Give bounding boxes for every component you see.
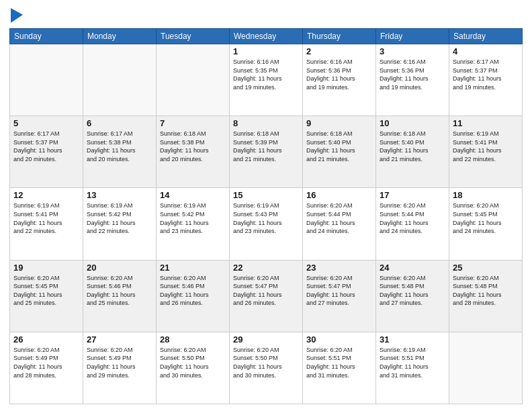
day-info: Sunrise: 6:19 AM Sunset: 5:42 PM Dayligh… — [87, 201, 152, 235]
day-info: Sunrise: 6:18 AM Sunset: 5:39 PM Dayligh… — [233, 130, 299, 163]
day-number: 2 — [306, 46, 372, 56]
calendar-cell: 24Sunrise: 6:20 AM Sunset: 5:48 PM Dayli… — [376, 260, 449, 332]
day-info: Sunrise: 6:16 AM Sunset: 5:35 PM Dayligh… — [233, 58, 299, 91]
calendar-cell: 2Sunrise: 6:16 AM Sunset: 5:36 PM Daylig… — [303, 44, 376, 116]
page: SundayMondayTuesdayWednesdayThursdayFrid… — [0, 0, 532, 411]
calendar-cell: 29Sunrise: 6:20 AM Sunset: 5:50 PM Dayli… — [230, 332, 303, 404]
calendar-header-row: SundayMondayTuesdayWednesdayThursdayFrid… — [10, 29, 523, 44]
day-header-thursday: Thursday — [303, 29, 376, 44]
day-number: 27 — [87, 334, 152, 345]
calendar-cell: 21Sunrise: 6:20 AM Sunset: 5:46 PM Dayli… — [157, 260, 230, 332]
day-number: 1 — [233, 46, 299, 56]
calendar-cell: 3Sunrise: 6:16 AM Sunset: 5:36 PM Daylig… — [376, 44, 449, 116]
calendar-cell: 9Sunrise: 6:18 AM Sunset: 5:40 PM Daylig… — [303, 116, 376, 188]
calendar-week-row: 26Sunrise: 6:20 AM Sunset: 5:49 PM Dayli… — [10, 332, 523, 404]
day-header-monday: Monday — [83, 29, 157, 44]
day-number: 20 — [87, 263, 152, 273]
day-header-sunday: Sunday — [10, 29, 83, 44]
calendar-cell: 17Sunrise: 6:20 AM Sunset: 5:44 PM Dayli… — [376, 188, 449, 260]
calendar-cell: 8Sunrise: 6:18 AM Sunset: 5:39 PM Daylig… — [230, 116, 303, 188]
day-info: Sunrise: 6:20 AM Sunset: 5:45 PM Dayligh… — [13, 274, 79, 308]
day-header-tuesday: Tuesday — [157, 29, 230, 44]
day-info: Sunrise: 6:20 AM Sunset: 5:50 PM Dayligh… — [233, 346, 299, 379]
logo-icon — [11, 8, 23, 23]
day-info: Sunrise: 6:20 AM Sunset: 5:47 PM Dayligh… — [233, 274, 299, 308]
day-info: Sunrise: 6:18 AM Sunset: 5:40 PM Dayligh… — [306, 130, 372, 163]
day-info: Sunrise: 6:20 AM Sunset: 5:51 PM Dayligh… — [306, 346, 372, 379]
day-number: 16 — [306, 190, 372, 200]
day-number: 24 — [380, 263, 445, 273]
calendar-cell: 12Sunrise: 6:19 AM Sunset: 5:41 PM Dayli… — [10, 188, 83, 260]
calendar-cell: 15Sunrise: 6:19 AM Sunset: 5:43 PM Dayli… — [230, 188, 303, 260]
day-number: 22 — [233, 263, 299, 273]
day-info: Sunrise: 6:17 AM Sunset: 5:37 PM Dayligh… — [453, 58, 519, 91]
calendar-cell: 20Sunrise: 6:20 AM Sunset: 5:46 PM Dayli… — [83, 260, 157, 332]
calendar-cell: 14Sunrise: 6:19 AM Sunset: 5:42 PM Dayli… — [157, 188, 230, 260]
day-number: 5 — [13, 118, 79, 128]
calendar-week-row: 5Sunrise: 6:17 AM Sunset: 5:37 PM Daylig… — [10, 116, 523, 188]
day-info: Sunrise: 6:20 AM Sunset: 5:44 PM Dayligh… — [380, 201, 445, 235]
day-header-wednesday: Wednesday — [230, 29, 303, 44]
day-info: Sunrise: 6:19 AM Sunset: 5:42 PM Dayligh… — [160, 201, 226, 235]
calendar-week-row: 1Sunrise: 6:16 AM Sunset: 5:35 PM Daylig… — [10, 44, 523, 116]
calendar-week-row: 19Sunrise: 6:20 AM Sunset: 5:45 PM Dayli… — [10, 260, 523, 332]
day-info: Sunrise: 6:20 AM Sunset: 5:46 PM Dayligh… — [87, 274, 152, 308]
day-info: Sunrise: 6:17 AM Sunset: 5:37 PM Dayligh… — [13, 130, 79, 163]
day-number: 28 — [160, 334, 226, 345]
calendar-cell: 5Sunrise: 6:17 AM Sunset: 5:37 PM Daylig… — [10, 116, 83, 188]
day-number: 21 — [160, 263, 226, 273]
day-info: Sunrise: 6:19 AM Sunset: 5:41 PM Dayligh… — [453, 130, 519, 163]
day-number: 3 — [380, 46, 445, 56]
day-info: Sunrise: 6:20 AM Sunset: 5:47 PM Dayligh… — [306, 274, 372, 308]
calendar-cell: 27Sunrise: 6:20 AM Sunset: 5:49 PM Dayli… — [83, 332, 157, 404]
day-info: Sunrise: 6:16 AM Sunset: 5:36 PM Dayligh… — [306, 58, 372, 91]
calendar-cell: 19Sunrise: 6:20 AM Sunset: 5:45 PM Dayli… — [10, 260, 83, 332]
day-number: 4 — [453, 46, 519, 56]
calendar-cell: 1Sunrise: 6:16 AM Sunset: 5:35 PM Daylig… — [230, 44, 303, 116]
day-info: Sunrise: 6:20 AM Sunset: 5:50 PM Dayligh… — [160, 346, 226, 379]
day-number: 10 — [380, 118, 445, 128]
calendar-cell — [157, 44, 230, 116]
calendar-cell — [10, 44, 83, 116]
calendar-cell: 11Sunrise: 6:19 AM Sunset: 5:41 PM Dayli… — [449, 116, 523, 188]
svg-marker-0 — [11, 8, 23, 23]
day-number: 17 — [380, 190, 445, 200]
calendar-cell — [83, 44, 157, 116]
calendar-week-row: 12Sunrise: 6:19 AM Sunset: 5:41 PM Dayli… — [10, 188, 523, 260]
day-info: Sunrise: 6:20 AM Sunset: 5:44 PM Dayligh… — [306, 201, 372, 235]
calendar-cell: 13Sunrise: 6:19 AM Sunset: 5:42 PM Dayli… — [83, 188, 157, 260]
day-info: Sunrise: 6:20 AM Sunset: 5:46 PM Dayligh… — [160, 274, 226, 308]
day-number: 25 — [453, 263, 519, 273]
day-info: Sunrise: 6:16 AM Sunset: 5:36 PM Dayligh… — [380, 58, 445, 91]
calendar-cell: 22Sunrise: 6:20 AM Sunset: 5:47 PM Dayli… — [230, 260, 303, 332]
calendar-cell: 30Sunrise: 6:20 AM Sunset: 5:51 PM Dayli… — [303, 332, 376, 404]
calendar-table: SundayMondayTuesdayWednesdayThursdayFrid… — [9, 28, 523, 404]
day-number: 14 — [160, 190, 226, 200]
day-number: 26 — [13, 334, 79, 345]
calendar-cell: 7Sunrise: 6:18 AM Sunset: 5:38 PM Daylig… — [157, 116, 230, 188]
day-info: Sunrise: 6:19 AM Sunset: 5:43 PM Dayligh… — [233, 201, 299, 235]
day-number: 18 — [453, 190, 519, 200]
day-number: 13 — [87, 190, 152, 200]
day-number: 12 — [13, 190, 79, 200]
day-info: Sunrise: 6:18 AM Sunset: 5:40 PM Dayligh… — [380, 130, 445, 163]
calendar-cell: 18Sunrise: 6:20 AM Sunset: 5:45 PM Dayli… — [449, 188, 523, 260]
day-info: Sunrise: 6:19 AM Sunset: 5:41 PM Dayligh… — [13, 201, 79, 235]
day-info: Sunrise: 6:20 AM Sunset: 5:49 PM Dayligh… — [13, 346, 79, 379]
calendar-cell: 16Sunrise: 6:20 AM Sunset: 5:44 PM Dayli… — [303, 188, 376, 260]
day-info: Sunrise: 6:19 AM Sunset: 5:51 PM Dayligh… — [380, 346, 445, 379]
day-number: 8 — [233, 118, 299, 128]
header — [9, 7, 523, 23]
day-number: 6 — [87, 118, 152, 128]
day-info: Sunrise: 6:17 AM Sunset: 5:38 PM Dayligh… — [87, 130, 152, 163]
day-header-friday: Friday — [376, 29, 449, 44]
day-number: 9 — [306, 118, 372, 128]
calendar-cell — [449, 332, 523, 404]
day-number: 7 — [160, 118, 226, 128]
calendar-cell: 4Sunrise: 6:17 AM Sunset: 5:37 PM Daylig… — [449, 44, 523, 116]
day-number: 11 — [453, 118, 519, 128]
day-info: Sunrise: 6:20 AM Sunset: 5:48 PM Dayligh… — [380, 274, 445, 308]
day-number: 23 — [306, 263, 372, 273]
day-info: Sunrise: 6:18 AM Sunset: 5:38 PM Dayligh… — [160, 130, 226, 163]
day-number: 31 — [380, 334, 445, 345]
